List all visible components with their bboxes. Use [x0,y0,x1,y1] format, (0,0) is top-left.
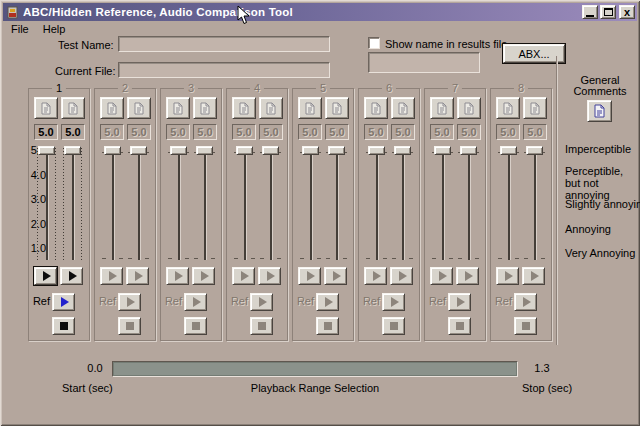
rating-slider-b[interactable] [393,146,412,262]
playback-range-slider[interactable] [112,361,518,377]
stop-button[interactable] [316,317,339,335]
slider-thumb[interactable] [170,146,187,155]
select-file-b-button[interactable] [325,97,349,119]
rating-slider-a[interactable] [499,146,518,262]
slider-thumb[interactable] [500,146,517,155]
rating-slider-a[interactable] [301,146,320,262]
play-a-button[interactable] [496,267,519,285]
stop-button[interactable] [52,317,75,335]
slider-thumb[interactable] [262,146,279,155]
rating-slider-b[interactable] [63,146,82,262]
stop-button[interactable] [250,317,273,335]
slider-thumb[interactable] [368,146,385,155]
stop-button[interactable] [448,317,471,335]
play-b-button[interactable] [456,267,479,285]
play-ref-button[interactable] [448,293,471,311]
minimize-button[interactable] [582,5,598,19]
rating-slider-a[interactable] [367,146,386,262]
slider-thumb[interactable] [328,146,345,155]
play-a-button[interactable] [298,267,321,285]
play-a-button[interactable] [100,267,123,285]
play-b-button[interactable] [126,267,149,285]
stop-button[interactable] [184,317,207,335]
general-comments-button[interactable] [587,100,612,122]
slider-thumb[interactable] [196,146,213,155]
rating-slider-a[interactable] [103,146,122,262]
play-triangle-icon [267,271,275,281]
play-b-button[interactable] [60,267,83,285]
rating-slider-a[interactable] [433,146,452,262]
play-ref-button[interactable] [250,293,273,311]
play-b-button[interactable] [324,267,347,285]
slider-thumb[interactable] [302,146,319,155]
play-ref-button[interactable] [52,293,75,311]
results-name-field[interactable] [368,52,480,73]
select-file-a-button[interactable] [364,97,388,119]
slider-track [138,150,140,260]
play-b-button[interactable] [192,267,215,285]
show-name-checkbox[interactable] [368,37,380,49]
rating-slider-b[interactable] [195,146,214,262]
slider-thumb[interactable] [460,146,477,155]
test-name-field[interactable] [118,36,330,52]
play-ref-button[interactable] [118,293,141,311]
maximize-button[interactable] [600,5,616,19]
play-a-button[interactable] [166,267,189,285]
slider-thumb[interactable] [38,146,55,155]
rating-value-a: 5.0 [496,124,520,140]
slider-ticks [55,148,56,260]
document-icon [397,102,409,115]
menu-help[interactable]: Help [36,22,73,37]
select-file-b-button[interactable] [391,97,415,119]
play-a-button[interactable] [232,267,255,285]
select-file-a-button[interactable] [430,97,454,119]
rating-slider-b[interactable] [261,146,280,262]
slider-thumb[interactable] [394,146,411,155]
play-a-button[interactable] [34,267,57,285]
select-file-b-button[interactable] [259,97,283,119]
rating-slider-a[interactable] [37,146,56,262]
slider-thumb[interactable] [434,146,451,155]
play-ref-button[interactable] [382,293,405,311]
slider-thumb[interactable] [526,146,543,155]
slider-tick [383,258,387,259]
select-file-a-button[interactable] [298,97,322,119]
rating-slider-a[interactable] [235,146,254,262]
menu-file[interactable]: File [4,22,36,37]
current-file-field[interactable] [118,62,330,78]
slider-thumb[interactable] [236,146,253,155]
slider-thumb[interactable] [104,146,121,155]
close-button[interactable]: x [619,5,635,19]
stop-button[interactable] [118,317,141,335]
play-b-button[interactable] [390,267,413,285]
titlebar[interactable]: ABC/Hidden Reference, Audio Comparison T… [3,3,637,21]
select-file-b-button[interactable] [193,97,217,119]
play-a-button[interactable] [364,267,387,285]
select-file-a-button[interactable] [100,97,124,119]
select-file-a-button[interactable] [34,97,58,119]
desc-perceptible: Perceptible, but not annoying [565,165,635,201]
rating-slider-b[interactable] [129,146,148,262]
rating-slider-b[interactable] [459,146,478,262]
stop-button[interactable] [382,317,405,335]
play-ref-button[interactable] [184,293,207,311]
rating-slider-b[interactable] [525,146,544,262]
select-file-a-button[interactable] [166,97,190,119]
select-file-b-button[interactable] [127,97,151,119]
select-file-b-button[interactable] [457,97,481,119]
play-b-button[interactable] [258,267,281,285]
stop-button[interactable] [514,317,537,335]
select-file-a-button[interactable] [232,97,256,119]
rating-slider-b[interactable] [327,146,346,262]
play-a-button[interactable] [430,267,453,285]
select-file-a-button[interactable] [496,97,520,119]
rating-slider-a[interactable] [169,146,188,262]
select-file-b-button[interactable] [523,97,547,119]
play-triangle-icon [505,271,513,281]
slider-thumb[interactable] [130,146,147,155]
play-ref-button[interactable] [316,293,339,311]
play-ref-button[interactable] [514,293,537,311]
slider-thumb[interactable] [64,146,81,155]
select-file-b-button[interactable] [61,97,85,119]
play-b-button[interactable] [522,267,545,285]
